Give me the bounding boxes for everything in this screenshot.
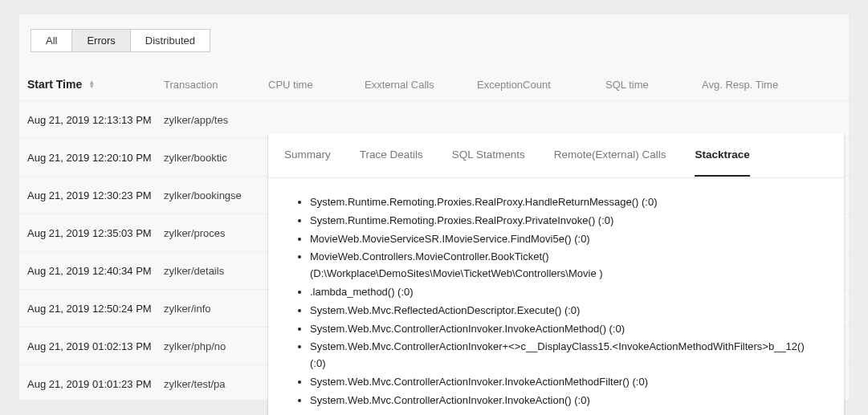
filter-distributed[interactable]: Distributed (131, 30, 210, 51)
tab-remote-calls[interactable]: Remote(External) Calls (554, 134, 666, 177)
cell-transaction: zylker/info (164, 303, 268, 315)
cell-transaction: zylker/app/tes (164, 114, 268, 126)
popup-tabs: Summary Trace Deatils SQL Statments Remo… (268, 133, 844, 178)
filter-errors[interactable]: Errors (72, 30, 130, 51)
col-header-exception-count[interactable]: ExceptionCount (477, 79, 605, 91)
col-header-start-time-label: Start Time (27, 78, 82, 91)
cell-start-time: Aug 21, 2019 12:13:13 PM (27, 114, 164, 126)
cell-transaction: zylker/details (164, 265, 268, 277)
filter-all[interactable]: All (31, 30, 72, 51)
tab-sql-statements[interactable]: SQL Statments (452, 134, 525, 177)
cell-start-time: Aug 21, 2019 01:01:23 PM (27, 378, 164, 390)
stacktrace-line: System.Runtime.Remoting.Proxies.RealProx… (310, 194, 817, 211)
stacktrace-line: .lambda_method() (:0) (310, 284, 817, 301)
cell-start-time: Aug 21, 2019 12:20:10 PM (27, 152, 164, 164)
filter-group: All Errors Distributed (31, 29, 210, 52)
stacktrace-line: System.Web.Mvc.ControllerActionInvoker.I… (310, 374, 817, 391)
cell-transaction: zylker/booktic (164, 152, 268, 164)
filter-bar: All Errors Distributed (19, 14, 849, 63)
trace-detail-popup: Summary Trace Deatils SQL Statments Remo… (268, 133, 844, 415)
cell-start-time: Aug 21, 2019 12:30:23 PM (27, 189, 164, 201)
stacktrace-line: System.Web.Mvc.ControllerActionInvoker.I… (310, 321, 817, 338)
cell-transaction: zylker/proces (164, 227, 268, 239)
stacktrace-line: System.Web.Mvc.ControllerActionInvoker.I… (310, 393, 817, 409)
col-header-sql-time[interactable]: SQL time (605, 79, 702, 91)
stacktrace-line: System.Web.Mvc.ControllerActionInvoker+<… (310, 339, 817, 372)
col-header-avg-resp-time[interactable]: Avg. Resp. Time (702, 79, 814, 91)
cell-start-time: Aug 21, 2019 12:50:24 PM (27, 303, 164, 315)
sort-icon[interactable]: ▲ ▼ (88, 80, 95, 88)
stacktrace-line: MovieWeb.Controllers.MovieController.Boo… (310, 249, 817, 283)
table-header: Start Time ▲ ▼ Transaction CPU time Exxt… (19, 63, 849, 100)
table-row[interactable]: Aug 21, 2019 12:13:13 PMzylker/app/tes (19, 100, 849, 138)
cell-transaction: zylker/bookingse (164, 189, 268, 201)
col-header-external-calls[interactable]: Exxternal Calls (365, 79, 477, 91)
stacktrace-line: System.Web.Mvc.Controller.ExecuteCore() … (310, 411, 817, 415)
stacktrace-line: System.Web.Mvc.ReflectedActionDescriptor… (310, 303, 817, 319)
stacktrace-list: System.Runtime.Remoting.Proxies.RealProx… (268, 178, 844, 415)
cell-transaction: zylker/php/no (164, 340, 268, 352)
cell-start-time: Aug 21, 2019 12:35:03 PM (27, 227, 164, 239)
col-header-start-time[interactable]: Start Time ▲ ▼ (27, 78, 164, 91)
cell-start-time: Aug 21, 2019 12:40:34 PM (27, 265, 164, 277)
cell-transaction: zylker/test/pa (164, 378, 268, 390)
cell-start-time: Aug 21, 2019 01:02:13 PM (27, 340, 164, 352)
tab-stacktrace[interactable]: Stacktrace (695, 134, 749, 177)
col-header-transaction[interactable]: Transaction (164, 79, 268, 91)
stacktrace-line: System.Runtime.Remoting.Proxies.RealProx… (310, 213, 817, 230)
tab-summary[interactable]: Summary (284, 134, 331, 177)
tab-trace-details[interactable]: Trace Deatils (360, 134, 423, 177)
sort-down-icon: ▼ (88, 84, 95, 88)
stacktrace-line: MovieWeb.MovieServiceSR.IMovieService.Fi… (310, 231, 817, 248)
main-panel: All Errors Distributed Start Time ▲ ▼ Tr… (19, 14, 849, 400)
col-header-cpu-time[interactable]: CPU time (268, 79, 365, 91)
